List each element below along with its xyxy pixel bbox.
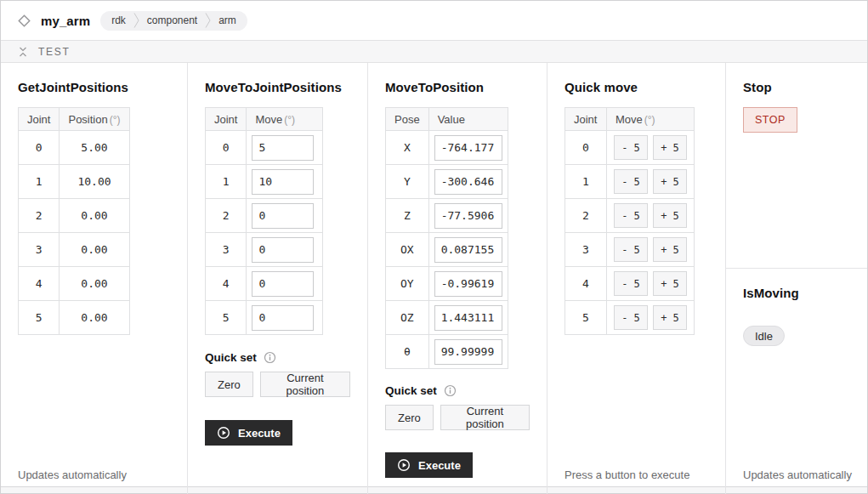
joint-position-value: 0.00 — [60, 301, 129, 335]
component-diamond-icon — [18, 14, 31, 27]
joint-index: 4 — [19, 267, 60, 301]
plus-5-button[interactable]: + 5 — [653, 305, 687, 330]
panel-title: Quick move — [564, 80, 708, 94]
panel-title: Stop — [743, 80, 850, 94]
column-header-value: Value — [428, 108, 508, 131]
table-row: 4- 5+ 5 — [565, 267, 695, 301]
panel-header: my_arm rdk component arm — [1, 1, 867, 40]
table-row: Z — [386, 199, 508, 233]
minus-5-button[interactable]: - 5 — [614, 169, 648, 194]
pose-value-input[interactable] — [434, 271, 502, 297]
table-row: 5- 5+ 5 — [565, 301, 695, 335]
column-header-position: Position(°) — [60, 108, 129, 131]
stop-ismoving-column: Stop STOP IsMoving Idle Updates automati… — [726, 63, 867, 494]
joint-move-input[interactable] — [252, 237, 314, 263]
current-position-button[interactable]: Current position — [440, 405, 530, 430]
table-row: θ — [386, 335, 508, 369]
plus-5-button[interactable]: + 5 — [653, 271, 687, 296]
zero-button[interactable]: Zero — [205, 372, 253, 397]
pose-axis-label: X — [386, 131, 429, 165]
component-name: my_arm — [41, 14, 90, 28]
table-row: 3 — [206, 233, 323, 267]
pose-value-input[interactable] — [434, 169, 502, 195]
joint-index: 4 — [206, 267, 247, 301]
joint-index: 1 — [19, 165, 60, 199]
table-row: Y — [386, 165, 508, 199]
test-section-bar[interactable]: TEST — [1, 40, 867, 63]
joint-index: 3 — [206, 233, 247, 267]
move-joints-table: Joint Move(°) 0 1 2 3 4 5 — [205, 107, 323, 335]
execute-button[interactable]: Execute — [385, 452, 473, 478]
minus-5-button[interactable]: - 5 — [614, 305, 648, 330]
table-row: 5 — [206, 301, 323, 335]
joint-index: 2 — [19, 199, 60, 233]
minus-5-button[interactable]: - 5 — [614, 203, 648, 228]
collapse-icon[interactable] — [18, 47, 28, 57]
joint-positions-table: Joint Position(°) 05.00 110.00 20.00 30.… — [18, 107, 130, 335]
table-row: 05.00 — [19, 131, 130, 165]
joint-position-value: 0.00 — [60, 233, 129, 267]
joint-index: 1 — [565, 165, 607, 199]
pose-axis-label: Z — [386, 199, 429, 233]
joint-index: 5 — [206, 301, 247, 335]
info-icon[interactable] — [264, 351, 276, 364]
quick-set-label: Quick set — [385, 384, 437, 397]
pose-value-input[interactable] — [434, 305, 502, 331]
get-joint-positions-panel: GetJointPositions Joint Position(°) 05.0… — [1, 63, 188, 494]
table-row: 110.00 — [19, 165, 130, 199]
joint-move-input[interactable] — [252, 271, 314, 297]
minus-5-button[interactable]: - 5 — [614, 271, 648, 296]
plus-5-button[interactable]: + 5 — [653, 237, 687, 262]
arm-test-panel: my_arm rdk component arm TEST GetJointPo… — [0, 0, 868, 494]
minus-5-button[interactable]: - 5 — [614, 237, 648, 262]
execute-button[interactable]: Execute — [205, 420, 292, 446]
table-row: 2 — [206, 199, 323, 233]
joint-index: 1 — [206, 165, 247, 199]
joint-index: 0 — [206, 131, 247, 165]
pose-value-input[interactable] — [434, 339, 502, 365]
joint-move-input[interactable] — [252, 305, 314, 331]
column-header-move: Move(°) — [247, 108, 323, 131]
joint-index: 3 — [19, 233, 60, 267]
panel-title: MoveToPosition — [385, 80, 530, 94]
current-position-button[interactable]: Current position — [260, 372, 350, 397]
column-header-joint: Joint — [206, 108, 247, 131]
stop-panel: Stop STOP — [726, 63, 867, 269]
table-row: 20.00 — [19, 199, 130, 233]
breadcrumb-item-arm: arm — [218, 14, 236, 26]
plus-5-button[interactable]: + 5 — [653, 169, 687, 194]
pose-value-input[interactable] — [434, 237, 502, 263]
quick-move-panel: Quick move Joint Move(°) 0- 5+ 5 1- 5+ 5… — [547, 63, 726, 494]
status-badge: Idle — [743, 326, 785, 346]
table-row: 4 — [206, 267, 323, 301]
pose-table: Pose Value X Y Z OX OY OZ θ — [385, 107, 508, 369]
stop-button[interactable]: STOP — [743, 107, 797, 133]
plus-5-button[interactable]: + 5 — [653, 203, 687, 228]
move-to-joint-positions-panel: MoveToJointPositions Joint Move(°) 0 1 2… — [188, 63, 368, 494]
column-header-joint: Joint — [565, 108, 607, 131]
panel-title: GetJointPositions — [18, 80, 170, 94]
joint-position-value: 10.00 — [60, 165, 129, 199]
joint-move-input[interactable] — [252, 203, 314, 229]
play-icon — [217, 426, 230, 440]
pose-value-input[interactable] — [434, 135, 502, 161]
minus-5-button[interactable]: - 5 — [614, 135, 648, 160]
joint-move-input[interactable] — [252, 135, 314, 161]
pose-value-input[interactable] — [434, 203, 502, 229]
joint-index: 0 — [19, 131, 60, 165]
zero-button[interactable]: Zero — [385, 405, 434, 430]
table-row: 2- 5+ 5 — [565, 199, 695, 233]
chevron-right-icon — [133, 12, 139, 29]
info-icon[interactable] — [444, 384, 457, 397]
pose-axis-label: θ — [386, 335, 429, 369]
table-row: 0 — [206, 131, 323, 165]
breadcrumb: rdk component arm — [100, 11, 247, 31]
joint-move-input[interactable] — [252, 169, 314, 195]
quick-set-label: Quick set — [205, 351, 257, 364]
table-row: 50.00 — [19, 301, 130, 335]
plus-5-button[interactable]: + 5 — [653, 135, 687, 160]
pose-axis-label: OX — [386, 233, 429, 267]
column-header-move: Move(°) — [607, 108, 695, 131]
table-row: OZ — [386, 301, 508, 335]
pose-axis-label: Y — [386, 165, 429, 199]
